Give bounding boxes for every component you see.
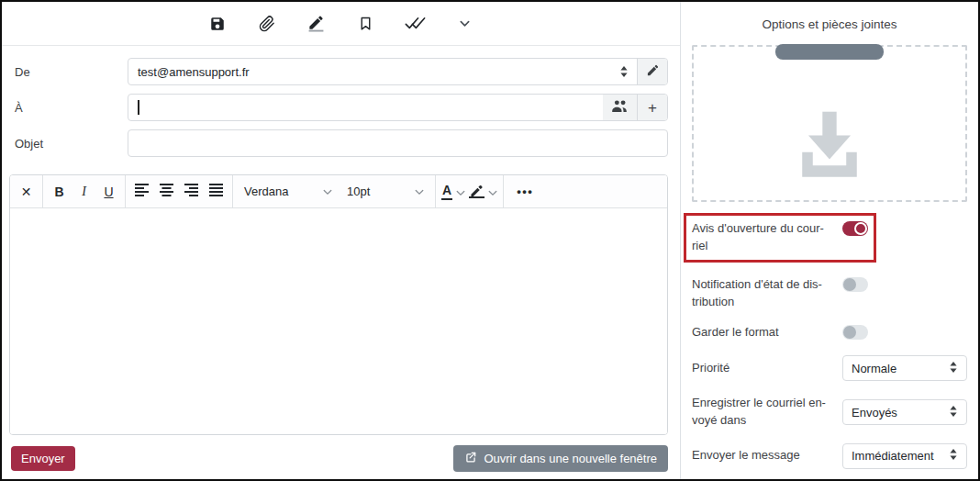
toggle-knob xyxy=(843,326,856,339)
options-panel: Options et pièces jointes Avis d'ouvertu… xyxy=(681,2,978,479)
highlight-color-dropdown[interactable] xyxy=(486,179,499,205)
compose-pane: De test@amensupport.fr À xyxy=(2,2,681,479)
attach-file-bar-button[interactable] xyxy=(775,44,884,60)
chevron-down-icon xyxy=(456,184,465,200)
toggle-knob xyxy=(854,222,867,235)
subject-label: Objet xyxy=(15,137,128,151)
align-center-button[interactable] xyxy=(154,179,179,205)
bookmark-button[interactable] xyxy=(354,12,378,36)
mark-read-button[interactable] xyxy=(404,12,428,36)
add-recipient-button[interactable]: + xyxy=(637,95,667,120)
highlight-color-button[interactable] xyxy=(467,179,486,205)
option-row-delivery-status: Notification d'état de dis- tribution xyxy=(692,276,967,311)
option-row-save-sent: Enregistrer le courriel en- voyé dans En… xyxy=(692,395,967,430)
editor-toolbar: ✕ B I U Verdan xyxy=(10,175,667,208)
plus-icon: + xyxy=(648,100,657,116)
contacts-button[interactable] xyxy=(603,95,637,120)
subject-row: Objet xyxy=(15,129,668,157)
delivery-status-toggle[interactable] xyxy=(842,277,868,292)
bookmark-icon xyxy=(358,16,373,31)
close-editor-button[interactable]: ✕ xyxy=(14,179,39,205)
chevron-down-icon xyxy=(415,185,424,198)
to-label: À xyxy=(15,101,128,115)
to-row: À + xyxy=(15,94,668,121)
option-label: Enregistrer le courriel en- voyé dans xyxy=(692,395,831,430)
from-row: De test@amensupport.fr xyxy=(15,58,668,85)
attachment-dropzone[interactable] xyxy=(692,45,967,202)
option-label: Priorité xyxy=(692,360,831,377)
subject-control xyxy=(128,129,668,157)
align-left-icon xyxy=(135,184,150,199)
options-panel-title: Options et pièces jointes xyxy=(681,2,978,46)
chevron-down-icon xyxy=(488,184,497,200)
message-editor: ✕ B I U Verdan xyxy=(9,174,668,435)
chevron-down-icon xyxy=(460,20,470,28)
mark-read-icon xyxy=(405,16,426,31)
edit-identity-button[interactable] xyxy=(637,59,667,84)
underline-button[interactable]: U xyxy=(96,179,121,205)
font-family-select[interactable]: Verdana xyxy=(237,179,340,205)
editor-more-button[interactable]: ••• xyxy=(507,185,542,198)
read-receipt-toggle[interactable] xyxy=(842,221,868,236)
from-select[interactable]: test@amensupport.fr xyxy=(128,59,611,84)
options-panel-body: Avis d'ouverture du cour- riel Notificat… xyxy=(681,46,978,479)
option-row-send-time: Envoyer le message Immédiatement xyxy=(692,443,967,469)
option-label: Garder le format xyxy=(692,324,831,341)
align-center-icon xyxy=(160,184,174,199)
text-color-button[interactable]: A xyxy=(440,179,454,205)
external-link-icon xyxy=(464,451,477,466)
align-left-button[interactable] xyxy=(129,179,154,205)
send-time-select[interactable]: Immédiatement xyxy=(842,443,967,469)
updown-arrows-icon xyxy=(949,448,958,464)
divider xyxy=(435,175,436,208)
option-label: Notification d'état de dis- tribution xyxy=(692,276,831,311)
from-label: De xyxy=(15,65,128,79)
subject-input[interactable] xyxy=(128,130,667,156)
open-new-window-button[interactable]: Ouvrir dans une nouvelle fenêtre xyxy=(453,445,668,472)
updown-arrows-icon xyxy=(611,59,637,84)
align-right-icon xyxy=(184,184,199,199)
option-label: Avis d'ouverture du cour- riel xyxy=(692,220,831,255)
signature-button[interactable] xyxy=(305,12,329,36)
pencil-icon xyxy=(646,63,660,81)
option-row-keep-format: Garder le format xyxy=(692,324,967,341)
attach-icon xyxy=(259,16,275,32)
message-body-input[interactable] xyxy=(10,208,667,434)
divider xyxy=(232,175,233,208)
save-icon xyxy=(209,16,226,32)
drop-arrow-icon xyxy=(785,108,874,193)
compose-window: De test@amensupport.fr À xyxy=(0,0,980,481)
toolbar-more-button[interactable] xyxy=(453,12,477,36)
compose-toolbar xyxy=(2,2,680,46)
updown-arrows-icon xyxy=(949,405,958,420)
divider xyxy=(503,175,504,208)
text-cursor xyxy=(138,100,139,115)
highlight-box: Avis d'ouverture du cour- riel xyxy=(684,213,876,263)
align-justify-button[interactable] xyxy=(204,179,228,205)
option-row-read-receipt: Avis d'ouverture du cour- riel xyxy=(692,220,868,255)
font-size-select[interactable]: 10pt xyxy=(340,179,431,205)
keep-format-toggle[interactable] xyxy=(842,325,868,340)
priority-select[interactable]: Normale xyxy=(842,355,967,381)
send-button[interactable]: Envoyer xyxy=(11,446,75,471)
signature-icon xyxy=(307,15,325,32)
save-draft-button[interactable] xyxy=(206,12,229,36)
align-right-button[interactable] xyxy=(179,179,204,205)
attach-file-button[interactable] xyxy=(255,12,279,36)
italic-button[interactable]: I xyxy=(72,179,96,205)
to-input[interactable] xyxy=(128,95,603,120)
divider xyxy=(42,175,43,208)
toggle-knob xyxy=(843,278,856,291)
chevron-down-icon xyxy=(323,185,332,198)
option-row-priority: Priorité Normale xyxy=(692,355,967,381)
align-justify-icon xyxy=(209,184,224,199)
from-control: test@amensupport.fr xyxy=(128,58,668,85)
bold-button[interactable]: B xyxy=(47,179,72,205)
compose-actions: Envoyer Ouvrir dans une nouvelle fenêtre xyxy=(11,445,668,479)
divider xyxy=(125,175,126,208)
text-color-dropdown[interactable] xyxy=(454,179,467,205)
save-sent-folder-select[interactable]: Envoyés xyxy=(842,399,967,425)
updown-arrows-icon xyxy=(949,361,958,376)
highlight-pen-icon xyxy=(469,185,484,198)
to-control: + xyxy=(128,94,668,121)
